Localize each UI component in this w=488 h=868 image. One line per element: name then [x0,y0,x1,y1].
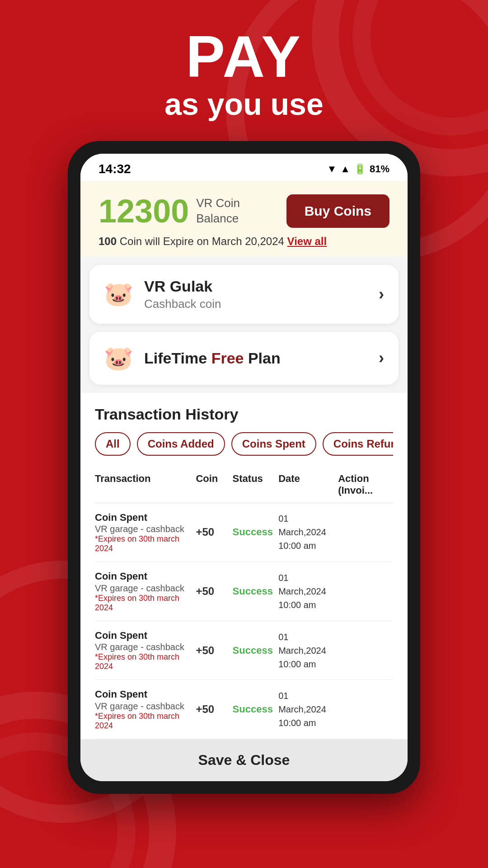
lifetime-plan-chevron-icon: › [379,349,384,368]
expiry-description: Coin will Expire on March 20,2024 [120,235,287,247]
filter-tab-all[interactable]: All [95,432,131,456]
phone-screen: 14:32 ▼ ▲ 🔋 81% 12300 VR Coin Balance Bu… [80,154,408,781]
date-cell-3: 01 March,202410:00 am [278,689,338,730]
coin-cell-3: +50 [196,703,232,716]
date-cell-1: 01 March,202410:00 am [278,571,338,612]
buy-coins-button[interactable]: Buy Coins [286,194,389,228]
header-status: Status [233,473,279,496]
coin-expiry-text: 100 Coin will Expire on March 20,2024 Vi… [99,235,389,248]
lifetime-suffix: Plan [244,349,280,367]
table-row: Coin Spent VR garage - cashback *Expires… [95,503,393,562]
table-row: Coin Spent VR garage - cashback *Expires… [95,562,393,621]
coin-amount: 12300 [99,195,189,227]
lifetime-piggy-icon: 🐷 [104,344,133,372]
status-icons: ▼ ▲ 🔋 81% [327,163,389,175]
coin-balance-left: 12300 VR Coin Balance [99,195,240,227]
vr-gulak-title: VR Gulak [144,278,221,295]
vr-gulak-subtitle: Cashback coin [144,297,221,311]
header-subtitle: as you use [0,86,488,123]
filter-tab-coins-added[interactable]: Coins Added [137,432,225,456]
status-time: 14:32 [99,162,131,176]
coin-label-line1: VR Coin [196,196,240,211]
status-cell-3: Success [233,703,279,715]
battery-icon: 🔋 [354,163,366,175]
lifetime-plan-left: 🐷 LifeTime Free Plan [104,344,281,372]
header-transaction: Transaction [95,473,196,496]
phone-mockup: 14:32 ▼ ▲ 🔋 81% 12300 VR Coin Balance Bu… [68,141,420,794]
status-cell-0: Success [233,526,279,538]
header-action: Action (Invoi... [338,473,393,496]
vr-gulak-chevron-icon: › [379,285,384,304]
wifi-icon: ▼ [327,163,337,175]
coin-label: VR Coin Balance [196,196,240,226]
filter-tabs: All Coins Added Coins Spent Coins Refund… [95,432,393,456]
piggy-bank-icon: 🐷 [104,280,133,308]
header-pay-label: PAY [0,27,488,86]
filter-tab-coins-refunded[interactable]: Coins Refunde... [323,432,393,456]
coin-balance-section: 12300 VR Coin Balance Buy Coins 100 Coin… [80,181,408,257]
expiry-amount: 100 [99,235,117,247]
lifetime-prefix: LifeTime [144,349,211,367]
transaction-section: Transaction History All Coins Added Coin… [80,393,408,739]
save-close-button[interactable]: Save & Close [198,752,290,769]
transaction-cell-0: Coin Spent VR garage - cashback *Expires… [95,511,196,554]
table-header: Transaction Coin Status Date Action (Inv… [95,467,393,503]
table-row: Coin Spent VR garage - cashback *Expires… [95,680,393,739]
coin-cell-1: +50 [196,585,232,598]
signal-icon: ▲ [340,163,350,175]
header-coin: Coin [196,473,232,496]
vr-gulak-left: 🐷 VR Gulak Cashback coin [104,278,221,311]
coin-cell-0: +50 [196,526,232,538]
date-cell-0: 01 March,202410:00 am [278,512,338,552]
date-cell-2: 01 March,202410:00 am [278,630,338,671]
coin-label-line2: Balance [196,211,240,226]
status-cell-2: Success [233,645,279,656]
vr-gulak-info: VR Gulak Cashback coin [144,278,221,311]
transaction-cell-3: Coin Spent VR garage - cashback *Expires… [95,688,196,731]
table-row: Coin Spent VR garage - cashback *Expires… [95,621,393,680]
lifetime-plan-card[interactable]: 🐷 LifeTime Free Plan › [89,332,399,385]
status-cell-1: Success [233,585,279,597]
vr-gulak-card[interactable]: 🐷 VR Gulak Cashback coin › [89,265,399,324]
lifetime-free-label: Free [211,349,244,367]
filter-tab-coins-spent[interactable]: Coins Spent [231,432,316,456]
lifetime-plan-title: LifeTime Free Plan [144,349,281,367]
transaction-rows: Coin Spent VR garage - cashback *Expires… [95,503,393,739]
header-date: Date [278,473,338,496]
battery-percent: 81% [370,163,389,175]
header-section: PAY as you use [0,0,488,141]
view-all-link[interactable]: View all [287,235,327,247]
coin-cell-2: +50 [196,644,232,657]
transaction-history-title: Transaction History [95,406,393,423]
transaction-cell-1: Coin Spent VR garage - cashback *Expires… [95,570,196,613]
save-close-bar: Save & Close [80,739,408,781]
status-bar: 14:32 ▼ ▲ 🔋 81% [80,154,408,181]
coin-balance-row: 12300 VR Coin Balance Buy Coins [99,194,389,228]
transaction-cell-2: Coin Spent VR garage - cashback *Expires… [95,629,196,672]
